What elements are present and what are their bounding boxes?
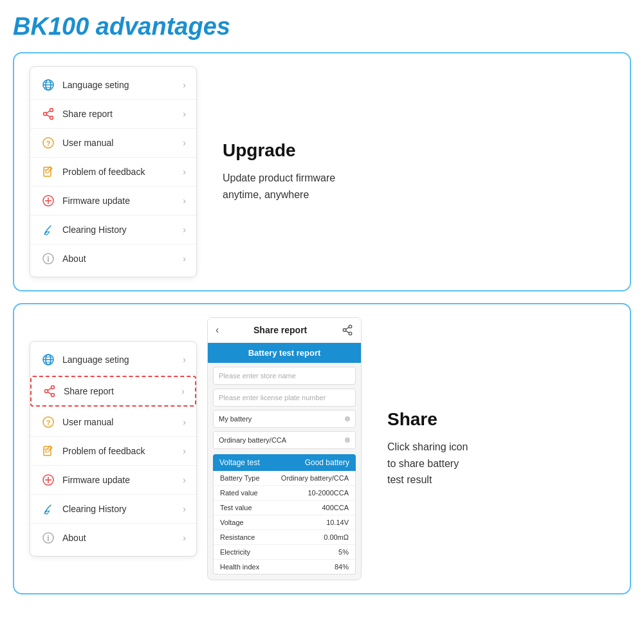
menu-item-share[interactable]: Share report › — [30, 100, 196, 129]
electricity-value: 5% — [338, 548, 349, 556]
language-arrow: › — [183, 80, 186, 90]
menu2-item-firmware[interactable]: Firmware update › — [30, 466, 196, 495]
upgrade-card: Language seting › Share report › ? User … — [13, 52, 631, 291]
language-label: Language seting — [62, 80, 183, 90]
test-value: 400CCA — [322, 504, 349, 511]
svg-point-25 — [51, 394, 55, 397]
share-arrow: › — [183, 109, 186, 119]
share-desc: Click sharing iconto share batterytest r… — [387, 439, 468, 488]
menu-panel-share: Language seting › Share report › ? User … — [30, 341, 197, 557]
svg-line-9 — [46, 115, 50, 117]
question-icon: ? — [41, 135, 56, 151]
voltage-label: Voltage — [220, 519, 244, 526]
broom2-icon — [41, 501, 56, 517]
row-battery-type: Battery Type Ordinary battery/CCA — [214, 471, 355, 486]
svg-point-40 — [343, 329, 346, 332]
menu-item-feedback[interactable]: Problem of feedback › — [30, 158, 196, 187]
svg-point-38 — [349, 325, 352, 328]
svg-line-41 — [345, 327, 349, 329]
screen-test-header: Voltage test Good battery — [213, 454, 356, 471]
svg-text:i: i — [47, 255, 49, 264]
screen-share-icon[interactable] — [342, 324, 353, 336]
share-card: Language seting › Share report › ? User … — [13, 303, 631, 594]
row-resistance: Resistance 0.00mΩ — [214, 530, 355, 545]
share-info: Share Click sharing iconto share battery… — [362, 409, 614, 488]
ordinary-select-dot — [345, 437, 350, 443]
share-title: Share — [387, 409, 437, 430]
share-label: Share report — [62, 109, 183, 119]
health-value: 84% — [335, 563, 349, 571]
menu2-item-history[interactable]: Clearing History › — [30, 495, 196, 524]
battery-select-label: My battery — [219, 415, 252, 423]
svg-point-26 — [45, 390, 48, 393]
feedback-label: Problem of feedback — [62, 167, 183, 177]
edit2-icon — [41, 443, 56, 459]
dashed-share-box: Share report › — [30, 376, 196, 407]
feedback2-label: Problem of feedback — [62, 446, 183, 456]
svg-rect-31 — [44, 446, 51, 455]
share-icon — [41, 106, 56, 122]
share-report-screen: ‹ Share report Battery test report Pleas… — [207, 317, 362, 580]
svg-text:?: ? — [46, 419, 51, 427]
menu2-item-about[interactable]: i About › — [30, 524, 196, 552]
screen-battery-select[interactable]: My battery — [213, 410, 356, 428]
menu-item-language[interactable]: Language seting › — [30, 71, 196, 100]
firmware2-label: Firmware update — [62, 475, 183, 485]
row-electricity: Electricity 5% — [214, 545, 355, 560]
upgrade-info: Upgrade Update product firmwareanytime, … — [197, 140, 614, 203]
row-test-value: Test value 400CCA — [214, 501, 355, 515]
menu-item-about[interactable]: i About › — [30, 244, 196, 273]
history-label: Clearing History — [62, 225, 183, 235]
screen-plate-input[interactable]: Please enter license plate number — [213, 389, 356, 407]
voltage-test-label: Voltage test — [219, 458, 260, 467]
svg-rect-12 — [44, 167, 51, 176]
about-label: About — [62, 253, 183, 264]
svg-line-27 — [48, 388, 51, 391]
share2-arrow: › — [181, 386, 185, 396]
screen-blue-bar: Battery test report — [208, 343, 361, 363]
battery-type-value: Ordinary battery/CCA — [281, 474, 349, 482]
about2-arrow: › — [183, 533, 186, 543]
history-arrow: › — [183, 225, 186, 235]
menu-item-firmware[interactable]: Firmware update › — [30, 187, 196, 216]
screen-title: Share report — [219, 325, 342, 335]
firmware-arrow: › — [183, 196, 186, 206]
rated-value: 10-2000CCA — [308, 489, 349, 497]
svg-point-6 — [50, 116, 53, 120]
menu-panel-upgrade: Language seting › Share report › ? User … — [30, 66, 197, 277]
resistance-value: 0.00mΩ — [324, 533, 349, 541]
svg-line-28 — [48, 392, 51, 394]
page-title: BK100 advantages — [13, 13, 631, 41]
menu2-item-manual[interactable]: ? User manual › — [30, 408, 196, 437]
broom-icon — [41, 222, 56, 237]
feedback-arrow: › — [183, 167, 186, 177]
share2-icon — [42, 383, 57, 399]
about2-label: About — [62, 533, 183, 543]
edit-icon — [41, 164, 56, 179]
question2-icon: ? — [41, 414, 56, 430]
good-battery-label: Good battery — [305, 458, 349, 467]
menu2-item-feedback[interactable]: Problem of feedback › — [30, 437, 196, 466]
screen-store-input[interactable]: Please enter store name — [213, 367, 356, 385]
about-arrow: › — [183, 253, 186, 264]
battery-type-label: Battery Type — [220, 474, 260, 482]
row-voltage: Voltage 10.14V — [214, 515, 355, 530]
firmware-icon — [41, 193, 56, 208]
firmware-label: Firmware update — [62, 196, 183, 206]
menu2-item-language[interactable]: Language seting › — [30, 345, 196, 374]
upgrade-desc: Update product firmwareanytime, anywhere — [223, 170, 335, 203]
manual-arrow: › — [183, 138, 186, 148]
svg-point-24 — [51, 386, 55, 389]
menu2-item-share[interactable]: Share report › — [32, 377, 195, 405]
svg-point-5 — [50, 109, 53, 112]
manual2-label: User manual — [62, 417, 183, 427]
screen-data-rows: Battery Type Ordinary battery/CCA Rated … — [213, 471, 356, 575]
screen-ordinary-select[interactable]: Ordinary battery/CCA — [213, 431, 356, 449]
row-health: Health index 84% — [214, 560, 355, 574]
menu-item-manual[interactable]: ? User manual › — [30, 129, 196, 158]
menu-item-history[interactable]: Clearing History › — [30, 216, 196, 244]
svg-line-8 — [46, 111, 50, 113]
battery-select-dot — [345, 416, 350, 421]
svg-point-39 — [349, 332, 352, 335]
language2-arrow: › — [183, 354, 186, 365]
